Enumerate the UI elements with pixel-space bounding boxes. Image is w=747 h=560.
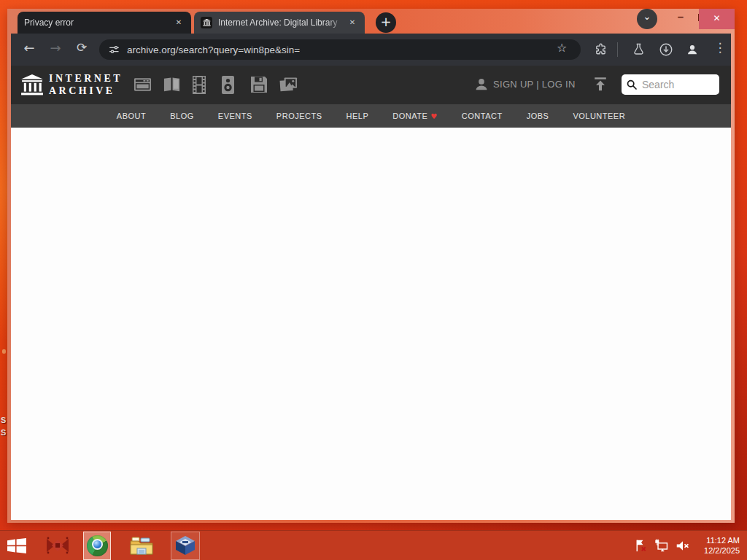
red-app-icon	[45, 536, 70, 555]
tab-strip: Privacy error ✕ Internet Archive: Digita…	[11, 9, 731, 34]
browser-toolbar: ← → ⟳ archive.org/search?query=win8pe&si…	[11, 34, 731, 66]
tab-search-button[interactable]: ⌄	[637, 9, 657, 29]
web-media-icon[interactable]	[133, 76, 152, 93]
start-button[interactable]	[0, 532, 34, 560]
nav-projects[interactable]: PROJECTS	[276, 112, 322, 120]
minimize-button[interactable]: –	[671, 7, 690, 28]
reload-icon[interactable]: ⟳	[72, 40, 91, 55]
desktop-icon-label-fragment: S	[1, 416, 6, 424]
tune-icon[interactable]	[108, 44, 120, 55]
forward-icon[interactable]: →	[46, 40, 65, 55]
desktop: S S Privacy error ✕ Internet Archive: Di…	[0, 0, 747, 560]
nav-help[interactable]: HELP	[347, 112, 369, 120]
nav-about[interactable]: ABOUT	[117, 112, 146, 120]
browser-window: Privacy error ✕ Internet Archive: Digita…	[7, 9, 735, 523]
video-media-icon[interactable]	[192, 76, 206, 94]
extensions-icon[interactable]	[594, 42, 608, 56]
url-text[interactable]: archive.org/search?query=win8pe&sin=	[127, 44, 300, 55]
tab-privacy-error[interactable]: Privacy error ✕	[18, 12, 191, 34]
audio-media-icon[interactable]	[221, 76, 235, 94]
chrome-taskbar-button[interactable]	[83, 532, 111, 560]
wordmark-line1: INTERNET	[49, 72, 123, 85]
texts-media-icon[interactable]	[163, 76, 181, 93]
nav-blog[interactable]: BLOG	[170, 112, 194, 120]
system-tray	[635, 538, 690, 553]
nav-contact[interactable]: CONTACT	[462, 112, 503, 120]
upload-icon[interactable]	[592, 76, 608, 92]
menu-kebab-icon[interactable]: ⋮	[713, 40, 727, 55]
software-media-icon[interactable]	[250, 76, 268, 93]
desktop-icon-label-fragment: S	[1, 428, 6, 437]
nav-donate-label: DONATE	[392, 112, 427, 120]
chevron-down-icon: ⌄	[643, 11, 651, 22]
clock-date: 12/2/2025	[696, 545, 740, 556]
heart-icon: ♥	[430, 112, 437, 120]
page-content-blank	[11, 128, 731, 520]
desktop-icon-fragment	[2, 349, 6, 354]
chrome-ball	[92, 539, 103, 550]
action-center-flag-icon[interactable]	[635, 538, 648, 553]
internet-archive-favicon	[201, 17, 212, 28]
labs-flask-icon[interactable]	[632, 42, 646, 56]
images-media-icon[interactable]	[279, 76, 298, 93]
red-app-button[interactable]	[42, 532, 73, 560]
nav-donate[interactable]: DONATE♥	[392, 112, 438, 120]
user-person-icon[interactable]	[473, 77, 489, 93]
signup-login-link[interactable]: SIGN UP | LOG IN	[493, 79, 576, 90]
search-input[interactable]	[642, 79, 712, 90]
tab-title: Internet Archive: Digital Library	[218, 18, 346, 28]
chrome-icon	[87, 535, 108, 556]
virtualbox-icon	[174, 534, 196, 556]
close-button[interactable]: ✕	[699, 9, 735, 29]
clock-time: 11:12 AM	[696, 535, 740, 545]
taskbar: 11:12 AM 12/2/2025	[0, 530, 747, 560]
nav-volunteer[interactable]: VOLUNTEER	[573, 112, 625, 120]
windows-logo-icon	[7, 538, 26, 553]
taskbar-clock[interactable]: 11:12 AM 12/2/2025	[696, 535, 740, 556]
bookmark-star-icon[interactable]: ☆	[557, 41, 567, 55]
internet-archive-header: INTERNET ARCHIVE SIGN UP | LOG IN	[11, 66, 731, 104]
volume-muted-icon[interactable]	[676, 539, 690, 553]
tab-title: Privacy error	[24, 18, 172, 28]
wordmark-line2: ARCHIVE	[49, 85, 123, 97]
file-explorer-button[interactable]	[127, 532, 156, 560]
profile-icon[interactable]	[685, 42, 700, 57]
internet-archive-wordmark[interactable]: INTERNET ARCHIVE	[49, 72, 123, 97]
toolbar-divider	[617, 42, 618, 57]
archive-nav-bar: ABOUT BLOG EVENTS PROJECTS HELP DONATE♥ …	[11, 104, 731, 128]
nav-jobs[interactable]: JOBS	[527, 112, 549, 120]
close-icon[interactable]: ✕	[346, 16, 359, 29]
virtualbox-button[interactable]	[171, 532, 200, 560]
downloads-icon[interactable]	[659, 42, 673, 57]
tab-internet-archive[interactable]: Internet Archive: Digital Library ✕	[194, 12, 365, 34]
address-bar[interactable]: archive.org/search?query=win8pe&sin=	[99, 39, 581, 60]
site-search-box[interactable]	[622, 74, 719, 95]
file-explorer-icon	[130, 536, 153, 556]
nav-events[interactable]: EVENTS	[218, 112, 252, 120]
back-icon[interactable]: ←	[20, 40, 39, 55]
new-tab-button[interactable]: +	[376, 12, 396, 33]
network-icon[interactable]	[654, 539, 669, 553]
search-icon	[626, 79, 638, 90]
internet-archive-logo[interactable]	[20, 74, 44, 96]
close-icon[interactable]: ✕	[172, 16, 185, 29]
